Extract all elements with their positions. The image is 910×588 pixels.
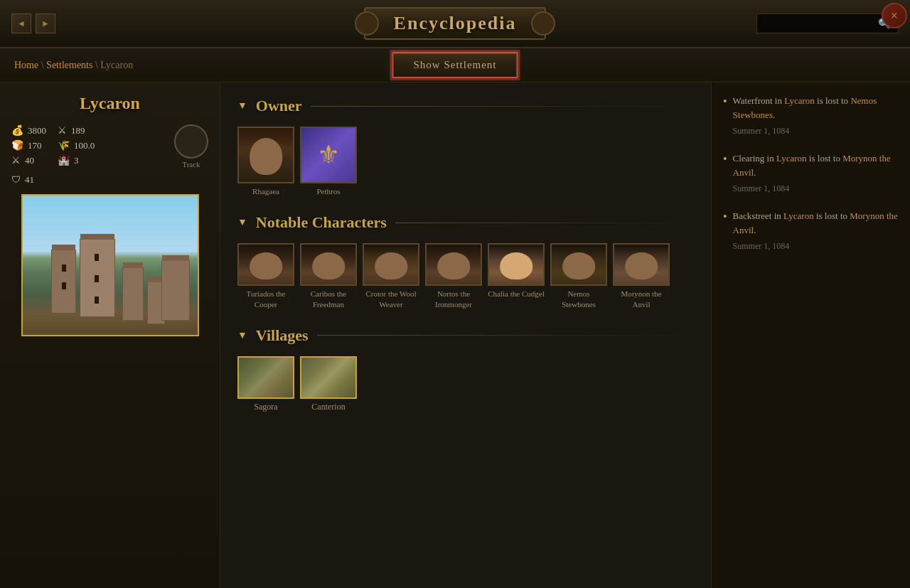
castle-tower-5 — [161, 260, 190, 321]
pethros-name: Pethros — [317, 186, 341, 196]
militia-value: 40 — [25, 155, 34, 166]
forward-button[interactable]: ► — [36, 14, 55, 33]
breadcrumb-settlements[interactable]: Settlements — [46, 60, 92, 70]
villages-section: ▼ Villages Sagora Canterion — [237, 326, 694, 412]
owner-rhagaea-card[interactable]: Rhagaea — [237, 127, 294, 196]
villages-section-header: ▼ Villages — [237, 326, 694, 345]
gold-icon: 💰 — [11, 124, 23, 137]
nemos-portrait — [550, 243, 607, 286]
food-icon: 🍞 — [11, 139, 23, 151]
search-input[interactable] — [757, 16, 878, 32]
track-label: Track — [182, 160, 200, 169]
char-chalia[interactable]: Chalia the Cudgel — [488, 243, 545, 309]
char-nortos[interactable]: Nortos the Ironmonger — [425, 243, 482, 309]
notable-arrow: ▼ — [237, 217, 247, 228]
crotor-face-bg — [364, 245, 418, 284]
breadcrumb-home[interactable]: Home — [14, 60, 38, 70]
tower-top-2 — [80, 234, 114, 240]
caribos-oval — [312, 252, 345, 279]
note-text-1: Waterfront in Lycaron is lost to Nemos S… — [733, 94, 899, 137]
notable-section-title: Notable Characters — [256, 213, 387, 232]
notable-section-line — [395, 223, 694, 223]
village-sagora[interactable]: Sagora — [237, 356, 294, 412]
notable-characters-section: ▼ Notable Characters Turiados the Cooper — [237, 213, 694, 309]
show-settlement-button[interactable]: Show Settlement — [392, 52, 518, 78]
owner-section-title: Owner — [256, 97, 302, 115]
note-text-2: Clearing in Lycaron is lost to Morynon t… — [733, 151, 899, 195]
note-text-3: Backstreet in Lycaron is lost to Morynon… — [733, 209, 899, 252]
tower-window-2 — [62, 282, 66, 289]
center-panel: ▼ Owner Rhagaea — [220, 82, 711, 588]
shield-stat: 🛡 41 — [11, 174, 208, 186]
note-link-lycaron-2[interactable]: Lycaron — [776, 153, 807, 164]
settlement-name: Lycaron — [11, 94, 208, 113]
villages-arrow: ▼ — [237, 330, 247, 341]
char-morynon[interactable]: Morynon the Anvil — [613, 243, 670, 309]
tower-top-1 — [52, 245, 75, 250]
food-value: 170 — [28, 140, 42, 151]
nemos-name: Nemos Stewbones — [550, 289, 607, 309]
troops-value: 189 — [71, 125, 85, 137]
prosperity-value: 100.0 — [74, 140, 95, 151]
char-caribos[interactable]: Caribos the Freedman — [300, 243, 357, 309]
close-button[interactable]: × — [882, 3, 907, 28]
breadcrumb: Home \ Settlements \ Lycaron — [14, 60, 133, 71]
crotor-face — [375, 249, 407, 284]
militia-icon: ⚔ — [11, 154, 21, 166]
tower-window-1 — [62, 264, 66, 272]
note-bullet-2: • — [723, 153, 727, 166]
back-button[interactable]: ◄ — [11, 14, 31, 33]
shield-icon: 🛡 — [11, 174, 21, 186]
stat-col-right: ⚔ 189 🌾 100.0 🏰 3 — [58, 124, 95, 169]
stat-food: 🍞 170 — [11, 139, 46, 151]
morynon-face-bg — [614, 245, 668, 284]
turiados-oval — [250, 252, 282, 279]
caribos-portrait — [300, 243, 357, 286]
building-icon: 🏰 — [58, 154, 70, 166]
chalia-portrait — [488, 243, 545, 286]
owner-section: ▼ Owner Rhagaea — [237, 97, 694, 196]
chalia-face-bg — [489, 245, 543, 284]
note-date-3: Summer 1, 1084 — [733, 240, 899, 252]
pethros-symbol: ⚜ — [317, 140, 340, 170]
canterion-name: Canterion — [311, 402, 345, 412]
note-item-3: • Backstreet in Lycaron is lost to Moryn… — [723, 209, 899, 252]
faction-pethros-card[interactable]: ⚜ Pethros — [300, 127, 357, 196]
notable-section-header: ▼ Notable Characters — [237, 213, 694, 232]
side-notes-panel: • Waterfront in Lycaron is lost to Nemos… — [711, 82, 910, 588]
track-container[interactable]: Track — [174, 124, 208, 169]
note-link-lycaron-3[interactable]: Lycaron — [783, 210, 814, 221]
char-turiados[interactable]: Turiados the Cooper — [237, 243, 294, 309]
crotor-portrait — [363, 243, 419, 286]
breadcrumb-current: Lycaron — [100, 60, 133, 70]
char-nemos[interactable]: Nemos Stewbones — [550, 243, 607, 309]
nortos-face — [437, 249, 470, 284]
note-bullet-1: • — [723, 95, 727, 108]
morynon-oval — [625, 252, 658, 279]
chalia-oval — [500, 252, 532, 279]
stats-section: 💰 3800 🍞 170 ⚔ 40 ⚔ 189 🌾 — [11, 124, 208, 169]
nemos-face — [562, 249, 595, 284]
note-bullet-3: • — [723, 210, 727, 223]
title-panel: Encyclopedia — [364, 7, 547, 40]
caribos-face — [312, 249, 345, 284]
search-bar: 🔍 — [756, 14, 899, 33]
note-link-lycaron-1[interactable]: Lycaron — [784, 95, 815, 106]
stat-troops: ⚔ 189 — [58, 124, 95, 137]
char-crotor[interactable]: Crotor the Wool Weaver — [363, 243, 419, 309]
stat-militia: ⚔ 40 — [11, 154, 46, 166]
villages-section-line — [317, 335, 694, 336]
castle-tower-2 — [80, 239, 115, 317]
sagora-image — [237, 356, 294, 399]
castle-tower-1 — [51, 250, 76, 314]
crotor-name: Crotor the Wool Weaver — [363, 289, 419, 309]
nortos-oval — [437, 252, 470, 279]
track-button[interactable] — [174, 124, 208, 159]
owner-section-line — [311, 106, 694, 107]
rhagaea-face-bg — [239, 128, 293, 182]
pethros-face-bg: ⚜ — [301, 128, 355, 182]
village-canterion[interactable]: Canterion — [300, 356, 357, 412]
tower-window-5 — [95, 296, 99, 304]
chalia-face — [500, 249, 532, 284]
owner-arrow: ▼ — [237, 100, 247, 112]
